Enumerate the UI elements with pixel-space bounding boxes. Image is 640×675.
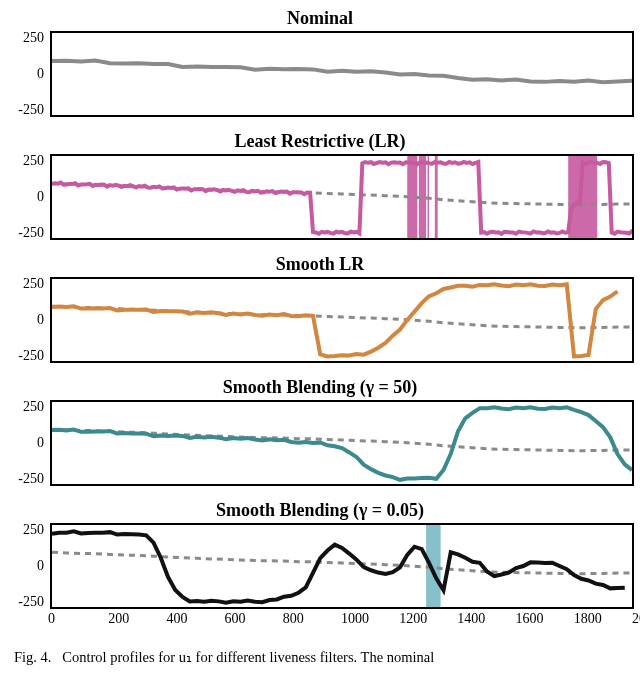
series-line [52, 407, 632, 480]
y-tick-label: 0 [37, 189, 44, 205]
series-line [52, 162, 632, 234]
y-tick-label: 0 [37, 558, 44, 574]
x-axis: 0200400600800100012001400160018002000 [50, 611, 634, 627]
plot-box [50, 154, 634, 240]
y-axis: 2500-250 [6, 154, 50, 240]
plot-box [50, 400, 634, 486]
plot-box [50, 31, 634, 117]
y-axis: 2500-250 [6, 31, 50, 117]
chart-panel: Nominal2500-250 [6, 8, 634, 117]
highlight-band [435, 156, 438, 238]
y-tick-label: 0 [37, 435, 44, 451]
y-tick-label: 250 [23, 399, 44, 415]
series-line [52, 531, 625, 602]
y-tick-label: -250 [18, 348, 44, 364]
series-line [52, 284, 618, 356]
y-tick-label: 250 [23, 522, 44, 538]
y-tick-label: 250 [23, 153, 44, 169]
chart-panel: Smooth Blending (γ = 0.05)2500-250020040… [6, 500, 634, 627]
y-tick-label: 0 [37, 312, 44, 328]
caption-text: Control profiles for u₁ for different li… [62, 649, 434, 665]
figure-4: Nominal2500-250Least Restrictive (LR)250… [0, 0, 640, 666]
panel-title: Nominal [6, 8, 634, 29]
y-tick-label: -250 [18, 102, 44, 118]
panel-title: Smooth LR [6, 254, 634, 275]
plot-box [50, 523, 634, 609]
chart-panel: Smooth Blending (γ = 50)2500-250 [6, 377, 634, 486]
y-tick-label: -250 [18, 594, 44, 610]
panel-title: Least Restrictive (LR) [6, 131, 634, 152]
figure-caption: Fig. 4. Control profiles for u₁ for diff… [6, 641, 634, 666]
panel-title: Smooth Blending (γ = 50) [6, 377, 634, 398]
y-axis: 2500-250 [6, 523, 50, 609]
y-tick-label: 250 [23, 276, 44, 292]
y-tick-label: -250 [18, 471, 44, 487]
caption-prefix: Fig. 4. [14, 649, 51, 665]
y-axis: 2500-250 [6, 400, 50, 486]
chart-panel: Smooth LR2500-250 [6, 254, 634, 363]
y-tick-label: -250 [18, 225, 44, 241]
chart-panel: Least Restrictive (LR)2500-250 [6, 131, 634, 240]
plot-box [50, 277, 634, 363]
panel-title: Smooth Blending (γ = 0.05) [6, 500, 634, 521]
y-tick-label: 250 [23, 30, 44, 46]
y-axis: 2500-250 [6, 277, 50, 363]
series-line [52, 61, 632, 83]
y-tick-label: 0 [37, 66, 44, 82]
